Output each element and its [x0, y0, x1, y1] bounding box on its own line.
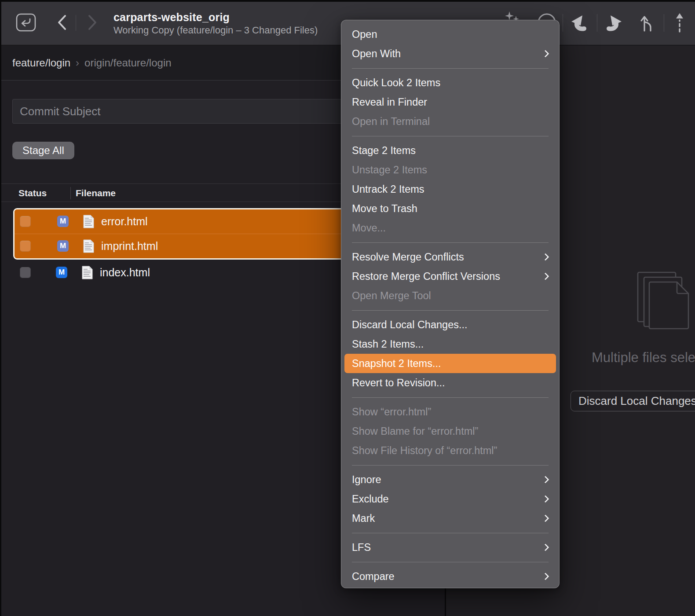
- menu-item-show-file-history-of-error-html: Show File History of “error.html”: [344, 441, 556, 460]
- menu-item-label: Move to Trash: [352, 203, 548, 215]
- menu-item-stage-2-items[interactable]: Stage 2 Items: [344, 141, 556, 160]
- menu-item-open-in-terminal: Open in Terminal: [344, 112, 556, 131]
- menu-item-label: Restore Merge Conflict Versions: [352, 271, 537, 282]
- menu-item-stash-2-items[interactable]: Stash 2 Items...: [344, 334, 556, 354]
- menu-item-label: Open: [352, 29, 548, 40]
- menu-item-snapshot-2-items[interactable]: Snapshot 2 Items...: [344, 354, 556, 373]
- menu-item-show-error-html: Show “error.html”: [344, 402, 556, 422]
- filename-label: error.html: [101, 215, 148, 228]
- menu-item-open[interactable]: Open: [344, 25, 556, 44]
- window-edge: [0, 0, 695, 2]
- document-icon: [81, 265, 93, 280]
- menu-item-reveal-in-finder[interactable]: Reveal in Finder: [344, 92, 556, 112]
- menu-item-label: Open Merge Tool: [352, 290, 548, 302]
- window-subtitle: Working Copy (feature/login – 3 Changed …: [113, 25, 318, 36]
- breadcrumb-separator: ›: [76, 57, 79, 69]
- menu-item-move-to-trash[interactable]: Move to Trash: [344, 199, 556, 218]
- menu-item-label: Stage 2 Items: [352, 145, 548, 157]
- menu-item-label: Show Blame for “error.html”: [352, 425, 548, 437]
- document-icon: [83, 214, 95, 229]
- stage-checkbox[interactable]: [20, 216, 31, 227]
- menu-item-label: Stash 2 Items...: [352, 338, 548, 350]
- toolbar-divider: [563, 14, 563, 32]
- menu-item-discard-local-changes[interactable]: Discard Local Changes...: [344, 315, 556, 334]
- chevron-right-icon: [542, 495, 549, 503]
- working-copy-icon[interactable]: [16, 13, 36, 32]
- menu-item-quick-look-2-items[interactable]: Quick Look 2 Items: [344, 73, 556, 92]
- toolbar-divider: [664, 14, 664, 32]
- menu-item-label: Show “error.html”: [352, 406, 548, 418]
- chevron-right-icon: [542, 476, 549, 484]
- menu-separator: [352, 68, 549, 69]
- context-menu: OpenOpen WithQuick Look 2 ItemsReveal in…: [341, 20, 560, 588]
- menu-item-lfs[interactable]: LFS: [344, 538, 556, 557]
- menu-item-resolve-merge-conflicts[interactable]: Resolve Merge Conflicts: [344, 247, 556, 267]
- stage-checkbox[interactable]: [20, 241, 31, 252]
- menu-item-revert-to-revision[interactable]: Revert to Revision...: [344, 373, 556, 392]
- menu-item-mark[interactable]: Mark: [344, 509, 556, 528]
- menu-item-label: Reveal in Finder: [352, 96, 548, 108]
- undo-arrow-icon[interactable]: [571, 14, 590, 33]
- menu-item-label: Exclude: [352, 493, 537, 505]
- menu-item-label: Discard Local Changes...: [352, 319, 548, 331]
- discard-local-changes-button[interactable]: Discard Local Changes: [571, 391, 695, 411]
- chevron-right-icon: [542, 253, 549, 261]
- column-header-filename[interactable]: Filename: [76, 188, 116, 198]
- menu-item-open-with[interactable]: Open With: [344, 44, 556, 63]
- menu-item-label: Open With: [352, 48, 537, 60]
- column-header-status[interactable]: Status: [18, 188, 47, 198]
- menu-item-show-blame-for-error-html: Show Blame for “error.html”: [344, 422, 556, 441]
- document-icon: [83, 239, 95, 253]
- menu-item-ignore[interactable]: Ignore: [344, 470, 556, 489]
- breadcrumb-remote-branch[interactable]: origin/feature/login: [84, 57, 171, 69]
- app-window: carparts-website_orig Working Copy (feat…: [0, 0, 695, 616]
- menu-separator: [352, 242, 549, 243]
- breadcrumb-branch[interactable]: feature/login: [12, 57, 70, 69]
- merge-icon[interactable]: [639, 13, 657, 34]
- stage-checkbox[interactable]: [20, 267, 31, 278]
- chevron-right-icon: [542, 515, 549, 522]
- menu-item-label: Resolve Merge Conflicts: [352, 251, 537, 263]
- forward-icon[interactable]: [86, 13, 99, 32]
- menu-item-label: Snapshot 2 Items...: [352, 358, 548, 370]
- menu-item-label: Revert to Revision...: [352, 377, 548, 389]
- menu-separator: [352, 310, 549, 311]
- menu-item-restore-merge-conflict-versions[interactable]: Restore Merge Conflict Versions: [344, 267, 556, 286]
- menu-separator: [352, 533, 549, 533]
- menu-item-compare[interactable]: Compare: [344, 567, 556, 586]
- menu-separator: [352, 136, 549, 136]
- menu-item-open-merge-tool: Open Merge Tool: [344, 286, 556, 305]
- menu-item-label: Quick Look 2 Items: [352, 77, 548, 89]
- menu-separator: [352, 397, 549, 398]
- menu-item-unstage-2-items: Unstage 2 Items: [344, 160, 556, 180]
- nav-divider: [76, 15, 76, 31]
- menu-item-label: Move...: [352, 222, 548, 234]
- chevron-right-icon: [542, 573, 549, 580]
- chevron-right-icon: [542, 273, 549, 280]
- menu-item-label: Compare: [352, 571, 537, 583]
- multiple-files-message: Multiple files selected: [592, 350, 695, 366]
- column-divider[interactable]: [70, 187, 71, 199]
- menu-item-exclude[interactable]: Exclude: [344, 489, 556, 509]
- toolbar-divider: [597, 14, 597, 32]
- menu-item-untrack-2-items[interactable]: Untrack 2 Items: [344, 180, 556, 199]
- stash-arrow-icon[interactable]: [672, 12, 687, 35]
- filename-label: index.html: [100, 266, 150, 279]
- menu-separator: [352, 465, 549, 466]
- back-icon[interactable]: [55, 13, 69, 32]
- window-edge: [0, 0, 1, 616]
- menu-item-label: Show File History of “error.html”: [352, 445, 548, 457]
- window-title: carparts-website_orig: [113, 11, 230, 24]
- menu-item-label: Unstage 2 Items: [352, 164, 548, 176]
- chevron-right-icon: [542, 544, 549, 551]
- status-badge-modified: M: [56, 267, 67, 278]
- chevron-right-icon: [542, 50, 549, 58]
- menu-item-label: Open in Terminal: [352, 116, 548, 128]
- redo-arrow-icon[interactable]: [603, 14, 622, 33]
- files-stack-icon: [637, 271, 695, 344]
- stage-all-button[interactable]: Stage All: [12, 142, 74, 159]
- menu-separator: [352, 562, 549, 562]
- menu-item-label: Untrack 2 Items: [352, 183, 548, 195]
- menu-item-label: LFS: [352, 542, 537, 554]
- menu-item-label: Ignore: [352, 474, 537, 486]
